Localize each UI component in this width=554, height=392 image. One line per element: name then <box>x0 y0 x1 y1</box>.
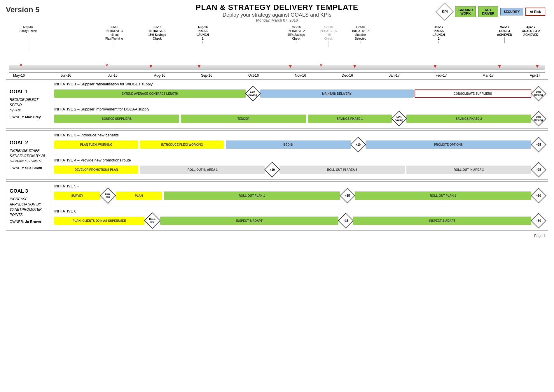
milestone-press-launch-1: Aug-16PRESSLAUNCH1 <box>197 25 209 43</box>
initiative4-container: INITIATIVE 4 – Provide new promotions ro… <box>54 158 545 177</box>
milestone-initiative3-flexi: Jul-16INITIATIVE 3roll-outFlexi Working <box>105 25 123 47</box>
goal2-number: GOAL 2 <box>10 140 48 146</box>
month-nov16: Nov-16 <box>290 73 311 78</box>
legend-area: KPI GROUNDWORK KEYDRIVER SECURITY At Ris… <box>436 3 545 20</box>
goal1-section: GOAL 1 REDUCE DIRECTSPENDby 30% OWNER: M… <box>6 79 548 129</box>
milestone-initiative5-check: Oct-16INITIATIVE 5+15Check <box>320 25 337 47</box>
legend-ground-work: GROUNDWORK <box>455 6 476 17</box>
initiative5-header: INITIATIVE 5 - <box>54 184 545 188</box>
header: Version 5 PLAN & STRATEGY DELIVERY TEMPL… <box>0 0 554 24</box>
goal2-main: INITIATIVE 3 – Introduce new benefits PL… <box>51 131 548 179</box>
bar-rollout-plan1-i5: ROLL-OUT PLAN 1 <box>164 191 340 200</box>
month-may16: May-16 <box>9 73 29 78</box>
goal3-section: GOAL 3 INCREASEAPPRECIATION BY30 NETPROM… <box>6 181 548 231</box>
month-feb17: Feb-17 <box>431 73 451 78</box>
marker-arrow-4: ▼ <box>352 63 357 69</box>
marker-arrow-1: ▼ <box>148 63 153 69</box>
marker-arrow-6: ▼ <box>497 63 502 69</box>
goal3-owner-name: Jo Brown <box>25 220 41 224</box>
version-label: Version 5 <box>6 5 40 14</box>
timeline-section: May-16Sanity Check Jul-16INITIATIVE 3rol… <box>0 24 554 78</box>
bar-inspect-adapt-1: INSPECT & ADAPT <box>160 217 338 225</box>
initiative4-header: INITIATIVE 4 – Provide new promotions ro… <box>54 158 545 162</box>
goal1-main: INITIATIVE 1 – Supplier rationalisation … <box>51 80 548 128</box>
marker-arrow-5: ▼ <box>433 63 438 69</box>
goal2-owner: OWNER: Sue Smith <box>10 166 48 170</box>
milestone-sanity-check: May-16Sanity Check <box>20 25 37 50</box>
bar-plan-i5: PLAN <box>116 191 162 200</box>
marker-arrow-7: ▼ <box>535 63 540 69</box>
initiative3-bars: PLAN FLEXI-WORKING INTRODUCE FLEXI-WORKI… <box>54 138 545 151</box>
page-number: Page 1 <box>534 234 545 238</box>
month-mar17: Mar-17 <box>478 73 498 78</box>
month-sep16: Sep-16 <box>196 73 217 78</box>
diamond-15pct-saving-1: 15%Saving <box>247 87 259 100</box>
marker-arrow-2: ▼ <box>197 63 202 69</box>
bar-introduce-flexi: INTRODUCE FLEXI-WORKING <box>140 140 224 149</box>
diamond-plus30-1: +30 <box>532 189 545 202</box>
initiative5-container: INITIATIVE 5 - SURVEY Base-line PLAN ROL… <box>54 184 545 203</box>
initiative3-container: INITIATIVE 3 – Introduce new benefits PL… <box>54 133 545 152</box>
initiative1-bars: EXTEND AVERAGE CONTRACT LENGTH 15%Saving… <box>54 87 545 100</box>
diamond-baseline-1: Base-line <box>101 189 115 202</box>
diamond-baseline-2: Base-line <box>145 214 159 227</box>
goal1-owner-name: Max Grey <box>25 115 41 119</box>
initiative3-divider <box>54 155 545 155</box>
timeline-months: May-16 Jun-16 Jul-16 Aug-16 Sep-16 Oct-1… <box>9 72 545 78</box>
diamond-plus10-2: +10 <box>266 163 279 176</box>
legend-security: SECURITY <box>500 8 523 15</box>
footer: Page 1 <box>0 232 554 239</box>
bar-rollout-area3: ROLL-OUT IN AREA 3 <box>406 166 531 174</box>
initiative6-bars: PLAN: CLIENTS JOIN AS SUPERUSER Base-lin… <box>54 214 545 227</box>
initiative1-container: INITIATIVE 1 – Supplier rationalisation … <box>54 82 545 101</box>
initiative2-container: INITIATIVE 2 – Supplier improvement for … <box>54 107 545 126</box>
diamond-plus25-2: +25 <box>532 163 545 176</box>
initiative4-bars: DEVELOP PROMOTIONS PLAN ROLL-OUT IN AREA… <box>54 163 545 176</box>
diamond-plus15-1: +15 <box>341 189 354 202</box>
bar-rollout-area1: ROLL-OUT IN AREA 1 <box>140 166 265 174</box>
bar-promote-options: PROMOTE OPTIONS <box>366 140 531 149</box>
goal1-owner: OWNER: Max Grey <box>10 115 48 119</box>
milestone-initiative1-check: Jul-16INITIATIVE 115% SavingsCheck <box>148 25 166 43</box>
goal3-description: INCREASEAPPRECIATION BY30 NETPROMOTERPOI… <box>10 196 48 217</box>
month-jan17: Jan-17 <box>384 73 405 78</box>
bar-extend-contract: EXTEND AVERAGE CONTRACT LENGTH <box>54 89 246 98</box>
bar-bed-in: BED IN <box>226 140 351 149</box>
goal3-owner: OWNER: Jo Brown <box>10 220 48 224</box>
initiative2-header: INITIATIVE 2 – Supplier improvement for … <box>54 107 545 111</box>
bar-inspect-adapt-2: INSPECT & ADAPT <box>353 217 531 225</box>
diamond-plus30-2: +30 <box>532 214 545 227</box>
initiative1-divider <box>54 104 545 104</box>
month-jun16: Jun-16 <box>56 73 76 78</box>
marker-x-1: × <box>20 63 22 68</box>
bar-rollout-area2: ROLL-OUT IN AREA 2 <box>279 166 404 174</box>
month-oct16: Oct-16 <box>243 73 264 78</box>
diamond-30pct-saving-1: 30%Saving <box>532 87 545 100</box>
month-apr17: Apr-17 <box>525 73 545 78</box>
timeline-bar-container: × × ▼ ▼ ▼ × ▼ ▼ ▼ ▼ <box>9 63 545 72</box>
initiative6-container: INITIATIVE 6 PLAN: CLIENTS JOIN AS SUPER… <box>54 209 545 228</box>
timeline-bar <box>9 65 545 70</box>
bar-savings-phase1: SAVINGS PHASE 1 <box>308 115 392 123</box>
month-aug16: Aug-16 <box>149 73 170 78</box>
goal2-sidebar: GOAL 2 INCREASE STAFFSATISFACTION BY 25H… <box>6 131 51 179</box>
bar-consolidate-suppliers: CONSOLIDATE SUPPLIERS <box>415 89 532 98</box>
diamond-15pct-saving-2: 15%Saving <box>393 112 406 125</box>
marker-arrow-3: ▼ <box>288 63 293 69</box>
goal2-section: GOAL 2 INCREASE STAFFSATISFACTION BY 25H… <box>6 130 548 180</box>
bar-survey: SURVEY <box>54 191 100 200</box>
marker-x-3: × <box>320 63 323 68</box>
timeline-milestones: May-16Sanity Check Jul-16INITIATIVE 3rol… <box>9 25 545 63</box>
milestone-goals12-achieved: Apr-17GOALS 1 & 2ACHIEVED <box>522 25 540 43</box>
month-dec16: Dec-16 <box>337 73 358 78</box>
milestone-initiative2-check: Oct-16INITIATIVE 215% SavingsCheck <box>288 25 305 43</box>
initiative3-header: INITIATIVE 3 – Introduce new benefits <box>54 133 545 137</box>
initiative5-bars: SURVEY Base-line PLAN ROLL-OUT PLAN 1 +1… <box>54 189 545 202</box>
marker-x-2: × <box>105 63 108 68</box>
milestone-press-launch-2: Jan-17PRESSLAUNCH2 <box>433 25 445 43</box>
goal1-number: GOAL 1 <box>10 89 48 95</box>
initiative2-bars: SOURCE SUPPLIERS TENDER SAVINGS PHASE 1 … <box>54 112 545 125</box>
goal1-sidebar: GOAL 1 REDUCE DIRECTSPENDby 30% OWNER: M… <box>6 80 51 128</box>
bar-develop-promotions: DEVELOP PROMOTIONS PLAN <box>54 166 138 174</box>
bar-savings-phase2: SAVINGS PHASE 2 <box>406 115 531 123</box>
